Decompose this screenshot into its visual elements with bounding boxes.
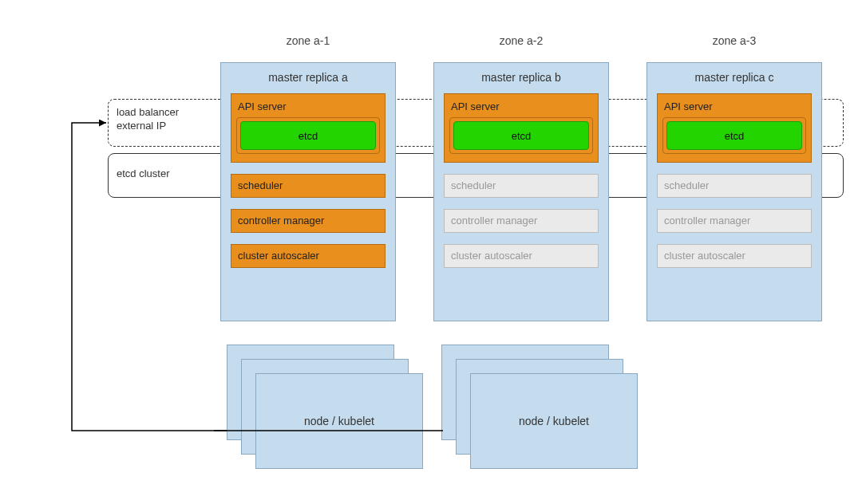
- load-balancer-label: load balancerexternal IP: [117, 105, 179, 132]
- etcd-cluster-label: etcd cluster: [117, 167, 169, 179]
- api-server-block: API server etcd: [444, 93, 599, 163]
- etcd-container: etcd: [236, 117, 380, 154]
- scheduler-row: scheduler: [657, 174, 812, 198]
- etcd-container: etcd: [662, 117, 806, 154]
- diagram-canvas: zone a-1 zone a-2 zone a-3 load balancer…: [0, 0, 862, 504]
- cluster-autoscaler-row: cluster autoscaler: [444, 244, 599, 268]
- api-server-label: API server: [662, 100, 806, 112]
- replica-title: master replica a: [231, 71, 386, 84]
- cluster-autoscaler-row: cluster autoscaler: [657, 244, 812, 268]
- api-server-block: API server etcd: [231, 93, 386, 163]
- etcd-instance: etcd: [666, 121, 802, 150]
- master-replica-b: master replica b API server etcd schedul…: [433, 62, 609, 321]
- replica-title: master replica c: [657, 71, 812, 84]
- scheduler-row: scheduler: [444, 174, 599, 198]
- etcd-instance: etcd: [453, 121, 589, 150]
- api-server-label: API server: [236, 100, 380, 112]
- master-replica-a: master replica a API server etcd schedul…: [220, 62, 396, 321]
- zone-label-a2: zone a-2: [433, 34, 609, 47]
- node-card: node / kubelet: [255, 373, 423, 469]
- controller-manager-row: controller manager: [231, 209, 386, 233]
- api-server-block: API server etcd: [657, 93, 812, 163]
- node-kubelet-label: node / kubelet: [519, 415, 589, 427]
- node-kubelet-label: node / kubelet: [304, 415, 374, 427]
- controller-manager-row: controller manager: [444, 209, 599, 233]
- etcd-container: etcd: [449, 117, 593, 154]
- node-card: node / kubelet: [470, 373, 638, 469]
- etcd-instance: etcd: [240, 121, 376, 150]
- node-kubelet-stack-a: node / kubelet: [227, 345, 418, 464]
- api-server-label: API server: [449, 100, 593, 112]
- controller-manager-row: controller manager: [657, 209, 812, 233]
- node-kubelet-stack-b: node / kubelet: [441, 345, 633, 464]
- zone-label-a3: zone a-3: [646, 34, 822, 47]
- replica-title: master replica b: [444, 71, 599, 84]
- master-replica-c: master replica c API server etcd schedul…: [646, 62, 822, 321]
- zone-label-a1: zone a-1: [220, 34, 396, 47]
- scheduler-row: scheduler: [231, 174, 386, 198]
- cluster-autoscaler-row: cluster autoscaler: [231, 244, 386, 268]
